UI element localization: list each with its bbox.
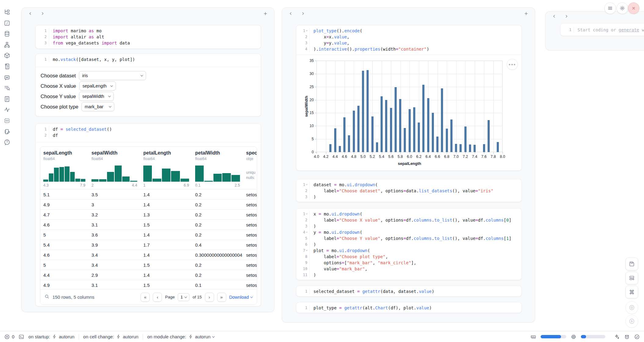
line-number: 2	[296, 217, 310, 223]
logs-icon[interactable]	[3, 62, 11, 70]
chart-bar	[339, 146, 341, 152]
cell-imports[interactable]: 1import marimo as mo2import altair as al…	[35, 25, 261, 49]
table-cell: 0.2	[192, 192, 243, 197]
line-number: 2	[296, 34, 310, 40]
column-1-header	[22, 8, 274, 18]
error-count-badge[interactable]: 0	[4, 334, 14, 340]
column-prev-button[interactable]	[287, 10, 294, 17]
tracebacks-icon[interactable]	[3, 84, 11, 92]
dropdown-select[interactable]: mark_bar	[81, 102, 114, 111]
functions-icon[interactable]: f	[3, 19, 11, 27]
cell-dataframe[interactable]: 1df = selected_dataset()2df sepalLengthf…	[35, 123, 261, 306]
chart-bar	[390, 108, 392, 152]
documentation-icon[interactable]	[3, 95, 11, 103]
profiler-icon[interactable]	[3, 106, 11, 114]
code-line: 2 x=x.value,	[296, 34, 518, 40]
dropdown-row: Choose X valuesepalLength	[41, 81, 116, 91]
cell-selected-dataset[interactable]: 1selected_dataset = getattr(data, datase…	[296, 286, 522, 297]
run-mode-toggle[interactable]: on module change:autorun	[147, 334, 214, 339]
prev-page-button[interactable]: ‹	[153, 293, 162, 302]
close-button[interactable]	[628, 2, 639, 14]
cell-empty-editor[interactable]: 1 Start coding or generate with	[560, 23, 644, 36]
layout-button[interactable]	[625, 272, 638, 284]
connection-status-button[interactable]	[634, 334, 640, 340]
ai-chat-icon[interactable]	[3, 73, 11, 81]
x-tick-label: 7.4	[472, 155, 477, 159]
next-page-button[interactable]: ›	[205, 293, 214, 302]
run-mode-toggle[interactable]: on startup:autorun	[28, 334, 74, 339]
dropdown-select[interactable]: sepalLength	[79, 81, 116, 91]
terminal-button[interactable]	[19, 334, 24, 340]
chart-menu-button[interactable]: ●●●	[507, 59, 518, 70]
column-next-button[interactable]	[39, 10, 46, 17]
chart-bar	[418, 123, 420, 152]
save-button[interactable]	[625, 258, 638, 270]
column-next-button[interactable]	[299, 10, 306, 17]
column-min-max: 16.9	[143, 183, 189, 187]
table-cell: 1.5	[140, 222, 192, 227]
code-line: 6)	[296, 241, 518, 248]
ai-sparkles-button[interactable]	[614, 334, 620, 340]
chart-bar	[329, 144, 331, 152]
y-axis-title: sepalWidth	[304, 96, 309, 117]
table-footer: 150 rows, 5 columns « ‹ Page 1 of 15 › »…	[40, 289, 257, 305]
cell-plot[interactable]: 1plot_type().encode(2 x=x.value,3 y=y.va…	[296, 25, 522, 171]
download-button[interactable]: Download	[229, 295, 253, 300]
search-icon[interactable]	[45, 294, 49, 300]
stop-button[interactable]	[625, 301, 638, 314]
page-select[interactable]: 1	[178, 293, 190, 301]
table-cell: 1.4	[140, 192, 192, 197]
menu-button[interactable]	[604, 2, 616, 14]
code-line: 3from vega_datasets import data	[36, 40, 258, 46]
run-mode-toggle[interactable]: on cell change:autorun	[83, 334, 138, 339]
run-button[interactable]	[625, 315, 638, 328]
settings-gear-button[interactable]	[617, 2, 628, 14]
cell-dataset-dropdown[interactable]: 1dataset = mo.ui.dropdown(2 label="Choos…	[296, 179, 522, 202]
chevron-down-icon	[140, 74, 143, 76]
lightning-bolt-icon	[188, 334, 193, 339]
table-cell: 1.5	[140, 283, 192, 288]
cell-xy-dropdowns[interactable]: 1x = mo.ui.dropdown(2 label="Choose X va…	[296, 208, 522, 280]
help-icon[interactable]: ?	[3, 138, 11, 146]
line-number: 3	[36, 40, 49, 46]
add-cell-button[interactable]	[262, 10, 269, 17]
column-next-button[interactable]	[563, 13, 570, 20]
table-cell: 0.2	[192, 202, 243, 207]
divider	[143, 334, 143, 340]
dropdown-select[interactable]: sepalWidth	[79, 92, 114, 101]
dependency-graph-icon[interactable]	[3, 41, 11, 49]
dropdown-label: Choose dataset	[41, 73, 76, 79]
line-number: 4	[296, 46, 310, 52]
add-cell-button[interactable]	[523, 10, 529, 17]
snippets-icon[interactable]	[3, 117, 11, 125]
table-cell: 3.4	[88, 252, 140, 258]
chart-bar	[497, 142, 499, 152]
cell-vstack[interactable]: 1mo.vstack([dataset, x, y, plot]) Choose…	[35, 54, 261, 116]
generate-link[interactable]: generate	[619, 27, 639, 32]
table-cell: setos	[243, 242, 257, 248]
last-page-button[interactable]: »	[217, 293, 226, 302]
fold-chevron-icon	[306, 30, 308, 31]
column-prev-button[interactable]	[550, 13, 558, 20]
line-number: 2	[36, 132, 49, 138]
packages-icon[interactable]	[3, 52, 11, 59]
dropdown-row: Choose Y valuesepalWidth	[41, 92, 114, 101]
github-button[interactable]	[624, 334, 630, 340]
column-2-header	[282, 8, 535, 18]
file-explorer-icon[interactable]	[3, 8, 11, 16]
cell-plot-type[interactable]: 1plot_type = getattr(alt.Chart(df), plot…	[296, 302, 522, 313]
datasources-icon[interactable]	[3, 30, 11, 38]
table-row: 4.63.41.40.30000000000000004setos	[40, 250, 257, 260]
scratchpad-icon[interactable]	[3, 128, 11, 136]
table-cell: setos	[243, 252, 257, 258]
first-page-button[interactable]: «	[141, 293, 150, 302]
dropdown-select[interactable]: iris	[79, 71, 146, 80]
chart-bar	[441, 88, 443, 152]
column-type: float64	[91, 157, 137, 161]
chart-bar	[483, 144, 485, 152]
column-prev-button[interactable]	[27, 10, 34, 17]
editor-placeholder[interactable]: Start coding or generate with	[574, 27, 644, 33]
command-palette-button[interactable]	[625, 286, 638, 298]
table-cell: 3	[88, 202, 140, 207]
table-cell: 3.4	[88, 262, 140, 268]
